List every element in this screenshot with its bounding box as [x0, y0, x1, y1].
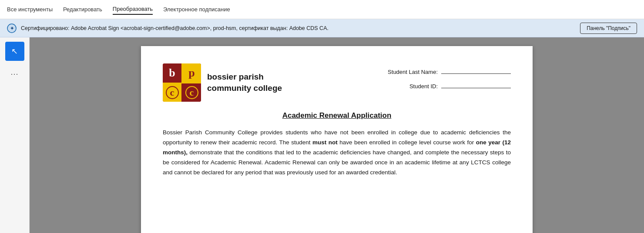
student-fields: Student Last Name: Student ID:	[388, 63, 511, 90]
nav-edit[interactable]: Редактировать	[63, 4, 102, 14]
page-title: Academic Renewal Application	[282, 111, 392, 120]
body-bold-1: must not	[312, 139, 338, 146]
body-text-2: have been enrolled in college level cour…	[338, 139, 476, 146]
top-nav: Все инструменты Редактировать Преобразов…	[0, 0, 644, 19]
signature-panel-button[interactable]: Панель "Подпись"	[580, 23, 637, 34]
cert-bar: ✦ Сертифицировано: Adobe Acrobat Sign <a…	[0, 19, 644, 37]
logo-container: b p c c	[163, 63, 282, 102]
cert-icon: ✦	[7, 23, 17, 33]
nav-esign[interactable]: Электронное подписание	[163, 4, 230, 14]
last-name-line	[441, 67, 511, 74]
college-logo: b p c c	[163, 63, 201, 102]
nav-all-tools[interactable]: Все инструменты	[7, 4, 53, 14]
college-name: bossier parish community college	[207, 71, 282, 93]
student-id-field-row: Student ID:	[409, 81, 511, 90]
more-tools[interactable]: ···	[5, 64, 24, 83]
nav-transform[interactable]: Преобразовать	[113, 4, 153, 15]
cert-bar-left: ✦ Сертифицировано: Adobe Acrobat Sign <a…	[7, 23, 329, 33]
body-text-3: demonstrate that the conditions that led…	[163, 149, 511, 176]
page-header: b p c c	[163, 63, 511, 102]
cursor-tool[interactable]: ↖	[5, 42, 24, 61]
last-name-field-row: Student Last Name:	[388, 67, 511, 75]
document-page: b p c c	[141, 46, 533, 233]
body-text: Bossier Parish Community College provide…	[163, 128, 511, 178]
title-section: Academic Renewal Application	[163, 111, 511, 120]
main-area: ↖ ··· b p	[0, 37, 644, 233]
sidebar: ↖ ···	[0, 37, 30, 233]
last-name-label: Student Last Name:	[388, 69, 438, 75]
cursor-icon: ↖	[11, 47, 18, 56]
more-icon: ···	[10, 70, 18, 79]
doc-area: b p c c	[30, 37, 644, 233]
student-id-label: Student ID:	[409, 83, 438, 90]
cert-text: Сертифицировано: Adobe Acrobat Sign <acr…	[21, 25, 329, 31]
svg-text:✦: ✦	[10, 26, 14, 31]
student-id-line	[441, 81, 511, 88]
